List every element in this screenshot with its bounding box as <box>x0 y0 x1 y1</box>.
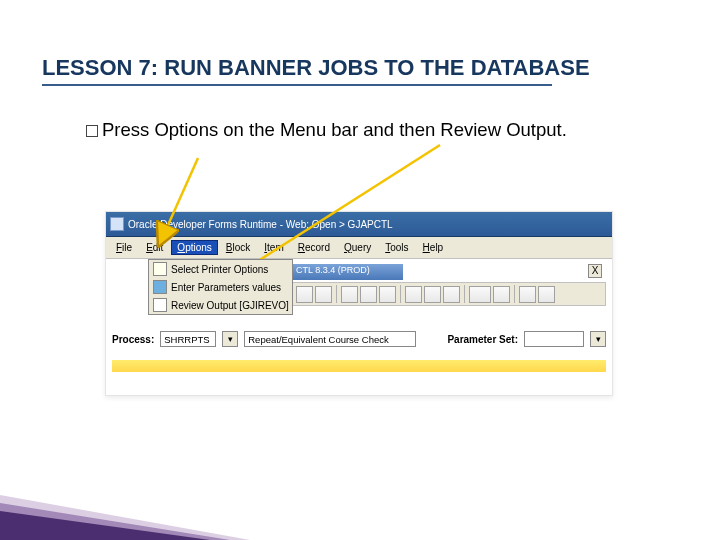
title-underline <box>42 84 552 86</box>
dropdown-item-review-output[interactable]: Review Output [GJIREVO] <box>149 296 292 314</box>
tool-select-icon[interactable] <box>341 286 358 303</box>
tool-print-icon[interactable] <box>519 286 536 303</box>
toolbar <box>292 282 606 306</box>
tool-x-icon[interactable] <box>538 286 555 303</box>
dropdown-item-params[interactable]: Enter Parameters values <box>149 278 292 296</box>
process-label: Process: <box>112 334 154 345</box>
paramset-field[interactable] <box>524 331 584 347</box>
menu-tools[interactable]: Tools <box>379 240 414 255</box>
menu-file[interactable]: File <box>110 240 138 255</box>
process-lov-button[interactable]: ▾ <box>222 331 238 347</box>
review-output-icon <box>153 298 167 312</box>
separator-bar <box>112 360 606 372</box>
tool-cancel-icon[interactable] <box>493 286 510 303</box>
toolbar-sep <box>514 285 515 303</box>
app-icon <box>110 217 124 231</box>
menu-block[interactable]: Block <box>220 240 256 255</box>
menu-help[interactable]: Help <box>417 240 450 255</box>
params-icon <box>153 280 167 294</box>
tool-save-icon[interactable] <box>296 286 313 303</box>
inner-close-button[interactable]: X <box>588 264 602 278</box>
tool-prev-icon[interactable] <box>424 286 441 303</box>
window-titlebar: Oracle Developer Forms Runtime - Web: Op… <box>106 212 612 237</box>
toolbar-sep <box>336 285 337 303</box>
paramset-label: Parameter Set: <box>447 334 518 345</box>
corner-wedge <box>0 485 250 540</box>
printer-icon <box>153 262 167 276</box>
toolbar-sep <box>464 285 465 303</box>
toolbar-sep <box>400 285 401 303</box>
tool-rollback-icon[interactable] <box>315 286 332 303</box>
options-dropdown[interactable]: Select Printer Options Enter Parameters … <box>148 259 293 315</box>
process-row: Process: SHRRPTS ▾ Repeat/Equivalent Cou… <box>112 328 606 350</box>
process-code-field[interactable]: SHRRPTS <box>160 331 216 347</box>
tool-delete-icon[interactable] <box>379 286 396 303</box>
process-desc-field: Repeat/Equivalent Course Check <box>244 331 416 347</box>
tool-execute-icon[interactable] <box>469 286 491 303</box>
dropdown-item-printer[interactable]: Select Printer Options <box>149 260 292 278</box>
bullet-icon <box>86 125 98 137</box>
slide-title: LESSON 7: RUN BANNER JOBS TO THE DATABAS… <box>42 55 590 81</box>
tool-insert-icon[interactable] <box>360 286 377 303</box>
inner-window-title: CTL 8.3.4 (PROD) <box>293 264 403 280</box>
body-line: Press Options on the Menu bar and then R… <box>102 119 567 140</box>
body-text: Press Options on the Menu bar and then R… <box>86 118 646 142</box>
paramset-lov-button[interactable]: ▾ <box>590 331 606 347</box>
menu-query[interactable]: Query <box>338 240 377 255</box>
app-screenshot: Oracle Developer Forms Runtime - Web: Op… <box>105 211 613 396</box>
tool-next-icon[interactable] <box>443 286 460 303</box>
menu-edit[interactable]: Edit <box>140 240 169 255</box>
window-title: Oracle Developer Forms Runtime - Web: Op… <box>128 219 393 230</box>
menu-item[interactable]: Item <box>258 240 289 255</box>
menu-options[interactable]: Options <box>171 240 217 255</box>
tool-enter-icon[interactable] <box>405 286 422 303</box>
menu-record[interactable]: Record <box>292 240 336 255</box>
menu-bar[interactable]: File Edit Options Block Item Record Quer… <box>106 237 612 259</box>
